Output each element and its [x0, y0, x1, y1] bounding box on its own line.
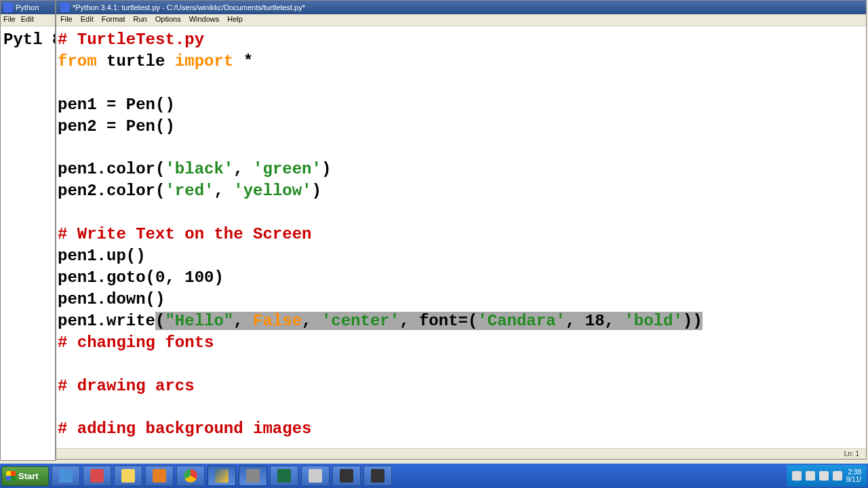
code-text: ,: [214, 182, 233, 200]
code-number: 0, 100: [155, 268, 214, 287]
code-text: ): [311, 182, 321, 200]
code-string: 'Candara': [477, 312, 566, 330]
editor-menubar: File Edit Format Run Options Windows Hel…: [56, 14, 866, 26]
taskbar-item[interactable]: [270, 466, 298, 486]
code-text: ,: [233, 312, 253, 330]
code-string: 'bold': [624, 312, 682, 330]
shell-menu-edit[interactable]: Edit: [21, 15, 34, 25]
taskbar-item[interactable]: [52, 466, 80, 486]
app-icon: [246, 469, 260, 483]
app-icon: [340, 469, 353, 483]
code-bracket-highlight: ("Hello", False, 'center', font=('Candar…: [155, 312, 703, 330]
taskbar-item[interactable]: [332, 466, 361, 486]
app-icon: [121, 469, 135, 483]
code-string: 'yellow': [233, 182, 311, 200]
tray-icon[interactable]: [819, 471, 829, 481]
code-string: 'center': [321, 312, 399, 330]
menu-edit[interactable]: Edit: [81, 15, 94, 25]
shell-line: Pytl: [3, 30, 43, 49]
editor-title: *Python 3.4.1: turtletest.py - C:/Users/…: [73, 3, 305, 12]
python-icon: [60, 3, 70, 12]
code-text: ,: [233, 160, 253, 178]
taskbar-item[interactable]: [145, 466, 174, 486]
code-string: "Hello": [165, 312, 233, 330]
taskbar-item[interactable]: [208, 466, 236, 486]
code-string: 'black': [165, 160, 233, 178]
code-text: pen1.goto(: [58, 268, 155, 287]
taskbar-item[interactable]: [363, 466, 392, 486]
code-keyword: False: [253, 312, 302, 330]
code-text: turtle: [97, 52, 175, 70]
menu-run[interactable]: Run: [134, 15, 147, 25]
code-text: ,: [605, 312, 625, 330]
start-button[interactable]: Start: [1, 466, 49, 486]
app-icon: [59, 469, 73, 483]
tray-icon[interactable]: [792, 471, 802, 481]
app-icon: [371, 469, 384, 483]
taskbar-item[interactable]: [176, 466, 205, 486]
system-tray[interactable]: 2:38 9/11/: [787, 465, 867, 487]
code-keyword: import: [175, 52, 233, 70]
taskbar: Start 2:38 9/11/: [0, 464, 868, 488]
python-icon: [3, 3, 13, 12]
code-text: pen1 = Pen(): [58, 96, 175, 114]
shell-window: Python File Edit Pytl 8 2( tel) Type )" …: [0, 0, 56, 461]
shell-content: Pytl 8 2( tel) Type )" >>> TAR >>> >>> T…: [1, 26, 55, 54]
taskbar-item[interactable]: [114, 466, 142, 486]
menu-windows[interactable]: Windows: [189, 15, 220, 25]
code-text: ,: [566, 312, 585, 330]
app-icon: [90, 469, 104, 483]
code-string: 'red': [165, 182, 214, 200]
code-text: pen1.down(): [58, 290, 165, 308]
code-string: 'green': [253, 160, 321, 178]
taskbar-item[interactable]: [83, 466, 111, 486]
excel-icon: [277, 469, 291, 483]
shell-title: Python: [16, 3, 39, 12]
code-keyword: from: [58, 52, 97, 70]
editor-window: *Python 3.4.1: turtletest.py - C:/Users/…: [56, 0, 867, 460]
tray-icon[interactable]: [833, 471, 842, 481]
shell-menu-file[interactable]: File: [3, 15, 16, 25]
menu-format[interactable]: Format: [102, 15, 125, 25]
app-icon: [309, 469, 322, 483]
code-text: ): [214, 268, 223, 287]
taskbar-item[interactable]: [301, 466, 330, 486]
taskbar-item[interactable]: [239, 466, 267, 486]
code-comment: # adding background images: [58, 420, 311, 438]
chrome-icon: [184, 469, 197, 483]
code-number: 18: [585, 312, 605, 330]
tray-icon[interactable]: [806, 471, 815, 481]
code-text: ,: [302, 312, 321, 330]
code-comment: # Write Text on the Screen: [58, 225, 311, 243]
app-icon: [153, 469, 166, 483]
code-text: pen1.color(: [58, 160, 165, 178]
start-label: Start: [18, 471, 39, 481]
code-text: *: [233, 52, 253, 70]
code-text: pen1.up(): [58, 247, 146, 265]
editor-statusbar: Ln: 1: [56, 448, 866, 459]
editor-code-area[interactable]: # TurtleTest.py from turtle import * pen…: [56, 26, 866, 448]
code-text: )): [683, 312, 703, 330]
code-text: ): [321, 160, 331, 178]
clock-date: 9/11/: [846, 476, 861, 483]
code-text: (: [155, 312, 165, 330]
tray-clock[interactable]: 2:38 9/11/: [846, 468, 861, 483]
clock-time: 2:38: [846, 468, 861, 476]
code-comment: # changing fonts: [58, 333, 214, 352]
status-line-col: Ln: 1: [844, 450, 859, 458]
editor-titlebar[interactable]: *Python 3.4.1: turtletest.py - C:/Users/…: [56, 1, 866, 14]
menu-help[interactable]: Help: [227, 15, 243, 25]
code-comment: # drawing arcs: [58, 377, 195, 395]
python-icon: [215, 469, 229, 483]
code-comment: # TurtleTest.py: [58, 30, 204, 49]
shell-titlebar[interactable]: Python: [1, 1, 55, 14]
shell-menubar: File Edit: [1, 14, 55, 26]
menu-file[interactable]: File: [60, 15, 73, 25]
code-text: pen1.write: [58, 312, 155, 330]
code-text: pen2.color(: [58, 182, 165, 200]
code-text: pen2 = Pen(): [58, 117, 175, 136]
code-text: , font=(: [399, 312, 477, 330]
menu-options[interactable]: Options: [155, 15, 181, 25]
